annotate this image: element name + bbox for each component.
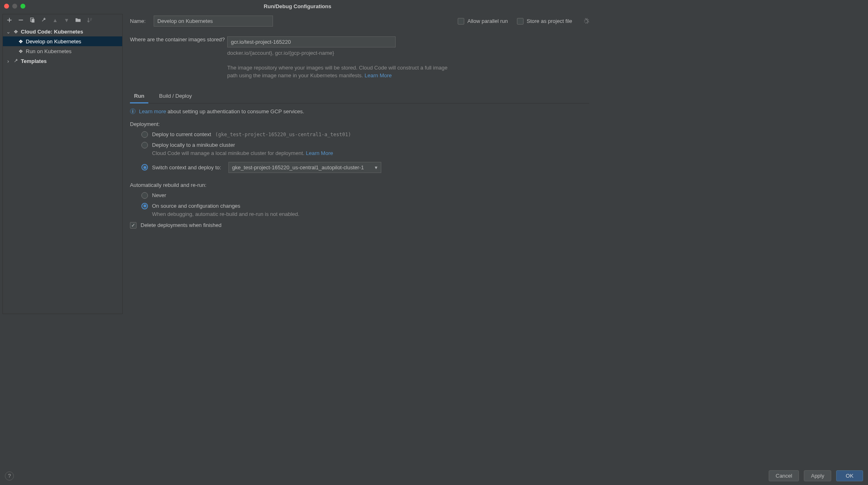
minimize-window-button[interactable] bbox=[12, 4, 17, 9]
learn-more-auth-link[interactable]: Learn more bbox=[139, 108, 166, 115]
add-icon[interactable] bbox=[6, 17, 13, 23]
wrench-icon bbox=[13, 58, 19, 63]
deployment-heading: Deployment: bbox=[130, 121, 589, 127]
chevron-right-icon: › bbox=[5, 58, 11, 64]
gear-icon[interactable] bbox=[583, 18, 589, 25]
checkbox-label: Store as project file bbox=[527, 18, 572, 24]
auth-info-row: i Learn more about setting up authentica… bbox=[130, 108, 589, 115]
checkbox-icon bbox=[517, 18, 523, 25]
radio-rebuild-on-change[interactable] bbox=[141, 203, 148, 209]
copy-icon[interactable] bbox=[29, 17, 36, 23]
allow-parallel-checkbox[interactable]: Allow parallel run bbox=[458, 18, 508, 25]
learn-more-link[interactable]: Learn More bbox=[365, 72, 391, 79]
radio-label: On source and configuration changes bbox=[152, 203, 240, 209]
window-title: Run/Debug Configurations bbox=[0, 3, 595, 9]
close-window-button[interactable] bbox=[4, 4, 9, 9]
radio-label: Never bbox=[152, 192, 166, 198]
sort-icon[interactable] bbox=[86, 17, 93, 23]
tree-label: Run on Kubernetes bbox=[26, 48, 72, 54]
folder-icon[interactable] bbox=[75, 17, 81, 23]
tree-node-templates[interactable]: › Templates bbox=[3, 56, 122, 66]
radio-deploy-current[interactable] bbox=[141, 131, 148, 138]
store-as-project-checkbox[interactable]: Store as project file bbox=[517, 18, 572, 25]
kubernetes-icon: ❖ bbox=[18, 38, 24, 45]
tree-label: Cloud Code: Kubernetes bbox=[21, 29, 83, 35]
learn-more-minikube-link[interactable]: Learn More bbox=[306, 150, 333, 156]
name-label: Name: bbox=[130, 18, 154, 24]
config-sidebar: ▲ ▼ ⌄ ❖ Cloud Code: Kubernetes ❖ Develop… bbox=[2, 14, 123, 314]
tree-node-develop[interactable]: ❖ Develop on Kubernetes bbox=[3, 36, 122, 46]
kubernetes-icon: ❖ bbox=[18, 48, 24, 54]
current-context-detail: (gke_test-project-165220_us-central1-a_t… bbox=[215, 132, 351, 137]
window-controls bbox=[0, 4, 25, 9]
move-up-icon[interactable]: ▲ bbox=[52, 17, 58, 23]
tree-node-cloud-code[interactable]: ⌄ ❖ Cloud Code: Kubernetes bbox=[3, 27, 122, 36]
svg-rect-1 bbox=[31, 19, 34, 22]
titlebar: Run/Debug Configurations bbox=[0, 0, 595, 12]
checkbox-label: Allow parallel run bbox=[468, 18, 508, 24]
config-form: Name: Allow parallel run Store as projec… bbox=[130, 14, 593, 314]
remove-icon[interactable] bbox=[18, 17, 24, 23]
rebuild-heading: Automatically rebuild and re-run: bbox=[130, 182, 589, 188]
select-value: gke_test-project-165220_us-central1_auto… bbox=[232, 164, 364, 171]
radio-label: Deploy to current context bbox=[152, 131, 211, 137]
info-icon: i bbox=[130, 108, 136, 114]
move-down-icon[interactable]: ▼ bbox=[63, 17, 70, 23]
wrench-icon[interactable] bbox=[40, 17, 47, 23]
rebuild-help: When debugging, automatic re-build and r… bbox=[152, 211, 356, 217]
auth-help-text: about setting up authentication to consu… bbox=[166, 108, 304, 115]
radio-rebuild-never[interactable] bbox=[141, 192, 148, 199]
delete-deployments-checkbox[interactable] bbox=[130, 222, 136, 229]
name-input[interactable] bbox=[154, 16, 273, 27]
config-tree: ⌄ ❖ Cloud Code: Kubernetes ❖ Develop on … bbox=[3, 26, 122, 314]
image-question-label: Where are the container images stored? bbox=[130, 36, 227, 43]
tree-label: Develop on Kubernetes bbox=[26, 38, 81, 45]
chevron-down-icon: ⌄ bbox=[5, 29, 11, 35]
tree-node-run[interactable]: ❖ Run on Kubernetes bbox=[3, 46, 122, 56]
tree-label: Templates bbox=[21, 58, 47, 64]
radio-deploy-switch[interactable] bbox=[141, 164, 148, 171]
chevron-down-icon: ▾ bbox=[375, 164, 378, 171]
radio-label: Switch context and deploy to: bbox=[152, 164, 221, 171]
sidebar-toolbar: ▲ ▼ bbox=[3, 14, 122, 26]
checkbox-label: Delete deployments when finished bbox=[141, 222, 221, 228]
tab-build-deploy[interactable]: Build / Deploy bbox=[155, 90, 196, 103]
image-help: The image repository where your images w… bbox=[227, 64, 456, 80]
settings-tabs: Run Build / Deploy bbox=[130, 90, 589, 103]
tab-run[interactable]: Run bbox=[130, 90, 148, 103]
context-select[interactable]: gke_test-project-165220_us-central1_auto… bbox=[228, 162, 381, 173]
checkbox-icon bbox=[458, 18, 464, 25]
radio-label: Deploy locally to a minikube cluster bbox=[152, 142, 235, 148]
kubernetes-icon: ❖ bbox=[13, 29, 19, 35]
maximize-window-button[interactable] bbox=[20, 4, 25, 9]
image-hint: docker.io/{account}, gcr.io/{gcp-project… bbox=[227, 50, 456, 56]
minikube-help: Cloud Code will manage a local minikube … bbox=[152, 150, 356, 156]
radio-deploy-minikube[interactable] bbox=[141, 142, 148, 148]
image-registry-input[interactable] bbox=[227, 36, 396, 47]
